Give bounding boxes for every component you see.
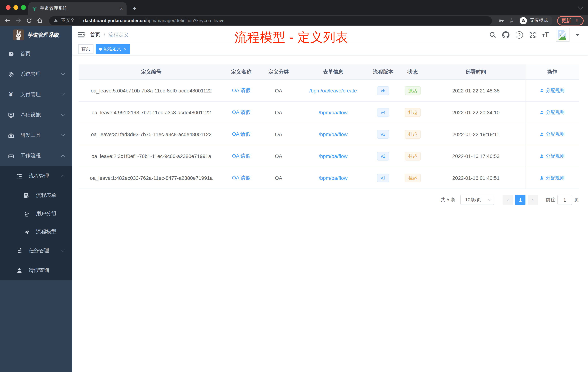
sidebar-item-label: 支付管理 — [20, 91, 62, 98]
assign-rule-button[interactable]: 分配规则 — [540, 175, 565, 181]
cell-deploy-time: 2022-01-16 17:46:53 — [427, 145, 525, 167]
form-link[interactable]: /bpm/oa/flow — [319, 153, 348, 159]
sidebar-item-home[interactable]: 首页 — [0, 44, 72, 64]
form-link[interactable]: /bpm/oa/flow — [319, 131, 348, 137]
monitor-icon — [8, 112, 14, 118]
not-secure-warning-icon — [53, 18, 58, 23]
sidebar-item-process-form[interactable]: 流程表单 — [0, 186, 72, 205]
sidebar-item-user-group[interactable]: 用户分组 — [0, 205, 72, 223]
sidebar-item-label: 流程管理 — [29, 173, 62, 179]
definition-name-link[interactable]: OA 请假 — [232, 109, 251, 115]
sidebar-item-label: 流程模型 — [36, 229, 67, 235]
tag-close-icon[interactable]: × — [124, 47, 126, 51]
back-button[interactable] — [4, 17, 10, 24]
reload-button[interactable] — [26, 18, 32, 23]
col-deploy-time: 部署时间 — [427, 65, 525, 79]
assign-rule-button[interactable]: 分配规则 — [540, 87, 565, 94]
browser-window: 芋道管理系统 × + 不安全 | dashboard.yudao.iocoder… — [0, 0, 588, 372]
app-root: 芋道管理系统 首页 系统管理 ¥ 支付管理 — [0, 26, 588, 372]
sidebar: 芋道管理系统 首页 系统管理 ¥ 支付管理 — [0, 26, 72, 372]
table-row: oa_leave:4:991f2193-7b7f-11ec-a3c8-acde4… — [79, 101, 579, 123]
chevron-down-icon — [61, 248, 65, 252]
avatar[interactable] — [556, 28, 569, 42]
github-icon[interactable] — [502, 31, 510, 38]
sidebar-item-system[interactable]: 系统管理 — [0, 64, 72, 85]
page-unit-label: 页 — [574, 197, 579, 203]
user-icon — [540, 110, 544, 114]
sidebar-item-devtools[interactable]: 研发工具 — [0, 125, 72, 146]
tab-close-icon[interactable]: × — [120, 6, 123, 11]
user-icon — [540, 154, 544, 158]
definition-table: 定义编号 定义名称 定义分类 表单信息 流程版本 状态 部署时间 操作 oa_l — [79, 65, 579, 189]
next-page-button[interactable]: › — [528, 195, 538, 205]
assign-rule-button[interactable]: 分配规则 — [540, 131, 565, 137]
form-icon — [23, 193, 30, 198]
tag-home[interactable]: 首页 — [78, 44, 94, 54]
sidebar-item-workflow[interactable]: 工作流程 — [0, 146, 72, 166]
sidebar-item-process-mgmt[interactable]: 流程管理 — [0, 166, 72, 186]
window-close-button[interactable] — [6, 5, 10, 10]
tag-process-definition[interactable]: 流程定义 × — [96, 44, 130, 54]
tag-label: 首页 — [82, 46, 90, 52]
sidebar-item-leave-query[interactable]: 请假查询 — [0, 261, 72, 280]
table-row: oa_leave:1:482ec033-762a-11ec-8477-a2380… — [79, 167, 579, 189]
col-definition-name: 定义名称 — [224, 65, 259, 79]
gear-icon — [8, 71, 14, 77]
table-row: oa_leave:2:3c1f0ef1-76b1-11ec-9c66-a2380… — [79, 145, 579, 167]
form-link[interactable]: /bpm/oa/leave/create — [309, 88, 357, 93]
status-badge: 挂起 — [405, 108, 421, 117]
bookmark-star-icon[interactable]: ☆ — [509, 17, 514, 24]
cell-definition-id: oa_leave:1:482ec033-762a-11ec-8477-a2380… — [79, 167, 224, 189]
address-bar[interactable]: 不安全 | dashboard.yudao.iocoder.cn/bpm/man… — [49, 16, 492, 25]
col-definition-category: 定义分类 — [259, 65, 299, 79]
forward-button[interactable] — [15, 17, 21, 24]
sidebar-item-label: 工作流程 — [20, 153, 62, 159]
browser-menu-icon[interactable]: ⋮ — [575, 18, 579, 23]
page-size-value: 10条/页 — [465, 197, 481, 203]
chevron-down-icon — [61, 132, 65, 136]
status-badge: 挂起 — [405, 152, 421, 160]
briefcase-icon — [8, 153, 14, 159]
fullscreen-icon[interactable] — [529, 31, 536, 38]
definition-name-link[interactable]: OA 请假 — [232, 87, 251, 93]
help-icon[interactable]: ? — [516, 31, 523, 38]
tag-label: 流程定义 — [104, 46, 121, 52]
prev-page-button[interactable]: ‹ — [503, 195, 513, 205]
assign-rule-button[interactable]: 分配规则 — [540, 153, 565, 159]
font-size-icon[interactable]: TT — [542, 31, 549, 39]
definition-name-link[interactable]: OA 请假 — [232, 153, 251, 159]
form-link[interactable]: /bpm/oa/flow — [319, 109, 348, 115]
sidebar-item-task-mgmt[interactable]: 任务管理 — [0, 241, 72, 261]
form-link[interactable]: /bpm/oa/flow — [319, 175, 348, 181]
home-button[interactable] — [37, 17, 43, 24]
goto-page-input[interactable] — [557, 195, 572, 205]
assign-rule-button[interactable]: 分配规则 — [540, 109, 565, 116]
version-badge: v1 — [377, 174, 389, 182]
password-key-icon[interactable] — [498, 17, 504, 24]
chrome-update-button[interactable]: 更新 ⋮ — [557, 16, 584, 25]
sidebar-item-process-model[interactable]: 流程模型 — [0, 223, 72, 241]
breadcrumb-home[interactable]: 首页 — [90, 32, 100, 38]
pagination-total: 共 5 条 — [441, 197, 455, 203]
sidebar-item-infra[interactable]: 基础设施 — [0, 105, 72, 125]
sidebar-logo[interactable]: 芋道管理系统 — [0, 26, 72, 44]
not-secure-label[interactable]: 不安全 — [61, 17, 75, 24]
search-icon[interactable] — [489, 31, 496, 38]
table-row: oa_leave:3:1fad3d93-7b75-11ec-a3c8-acde4… — [79, 123, 579, 145]
browser-tab[interactable]: 芋道管理系统 × — [28, 2, 126, 15]
chevron-down-icon — [61, 92, 65, 96]
hamburger-icon[interactable] — [78, 31, 85, 38]
avatar-caret-icon[interactable] — [576, 34, 579, 38]
definition-name-link[interactable]: OA 请假 — [232, 131, 251, 137]
page-size-select[interactable]: 10条/页 — [460, 195, 494, 205]
cell-category: OA — [259, 101, 299, 123]
tab-search-chevron-icon[interactable] — [578, 5, 583, 9]
version-badge: v5 — [377, 86, 389, 95]
status-badge: 激活 — [405, 86, 421, 95]
definition-name-link[interactable]: OA 请假 — [232, 175, 251, 180]
window-minimize-button[interactable] — [13, 5, 18, 10]
window-zoom-button[interactable] — [21, 5, 26, 10]
current-page-button[interactable]: 1 — [515, 195, 525, 205]
new-tab-button[interactable]: + — [129, 4, 140, 14]
sidebar-item-payment[interactable]: ¥ 支付管理 — [0, 85, 72, 105]
